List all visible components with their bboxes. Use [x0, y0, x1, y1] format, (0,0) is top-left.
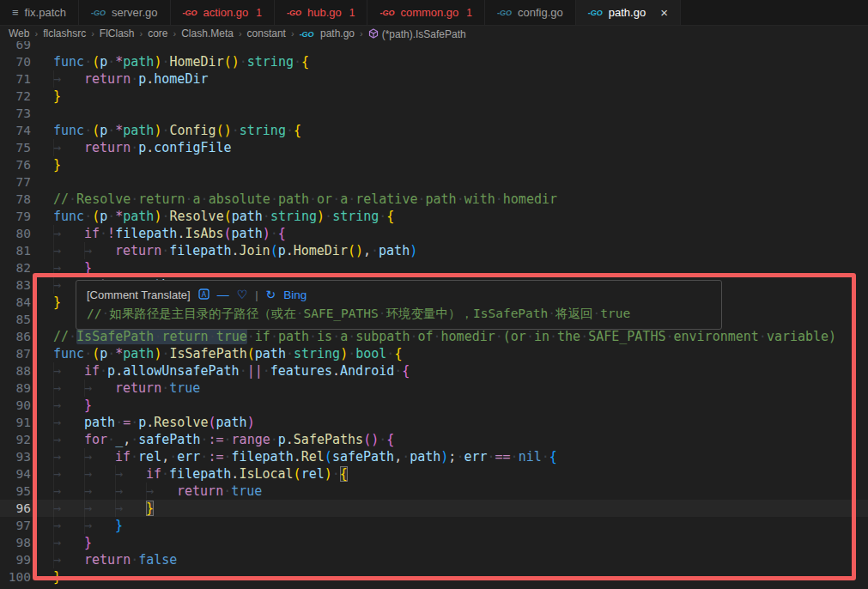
line-number[interactable]: 70 — [0, 53, 31, 70]
code-line-91[interactable]: 91→path·=·p.Resolve(path) — [0, 414, 868, 431]
code-line-96[interactable]: 96→→→} — [0, 500, 868, 517]
tab-whitespace-icon: → — [84, 242, 115, 259]
line-number[interactable]: 95 — [0, 483, 31, 500]
code-line-78[interactable]: 78//·Resolve·return·a·absolute·path·or·a… — [0, 191, 868, 208]
code-line-87[interactable]: 87func·(p·*path)·IsSafePath(path·string)… — [0, 345, 868, 362]
breadcrumb-item-flclash[interactable]: FlClash — [100, 27, 135, 39]
code-line-73[interactable]: 73 — [0, 105, 868, 122]
code-line-94[interactable]: 94→→→if·filepath.IsLocal(rel)·{ — [0, 465, 868, 483]
line-number[interactable]: 80 — [0, 225, 31, 242]
code-line-86[interactable]: 86//·IsSafePath·return·true·if·path·is·a… — [0, 328, 868, 345]
heart-icon[interactable]: ♡ — [237, 288, 248, 301]
line-number[interactable]: 89 — [0, 380, 31, 397]
line-number[interactable]: 94 — [0, 465, 31, 483]
line-number[interactable]: 100 — [0, 568, 31, 586]
line-number[interactable]: 74 — [0, 122, 31, 139]
breadcrumb-item-clash.meta[interactable]: Clash.Meta — [181, 27, 234, 39]
line-number[interactable]: 87 — [0, 345, 31, 362]
code-line-88[interactable]: 88→if·p.allowUnsafePath·||·features.Andr… — [0, 362, 868, 380]
breadcrumb-item-web[interactable]: Web — [9, 27, 29, 39]
go-file-icon: -GO — [91, 9, 106, 17]
code-line-77[interactable]: 77 — [0, 173, 868, 191]
line-number[interactable]: 79 — [0, 208, 31, 225]
line-number[interactable]: 98 — [0, 534, 31, 551]
tab-whitespace-icon: → — [53, 397, 84, 414]
code-line-71[interactable]: 71→return·p.homeDir — [0, 70, 868, 88]
breadcrumb-item-core[interactable]: core — [148, 27, 167, 39]
code-line-99[interactable]: 99→return·false — [0, 551, 868, 568]
breadcrumb-item-file[interactable]: -GO path.go — [300, 27, 355, 39]
code-line-93[interactable]: 93→→if·rel,·err·:=·filepath.Rel(safePath… — [0, 448, 868, 465]
code-line-72[interactable]: 72} — [0, 88, 868, 105]
chevron-right-icon: › — [173, 28, 177, 39]
line-number[interactable]: 72 — [0, 88, 31, 105]
line-number[interactable]: 81 — [0, 242, 31, 259]
code-text: func·(p·*path)·IsSafePath(path·string)·b… — [31, 346, 402, 361]
tab-hub-go[interactable]: -GOhub.go1 — [275, 0, 367, 25]
tab-common-go[interactable]: -GOcommon.go1 — [367, 0, 485, 25]
code-line-100[interactable]: 100} — [0, 568, 868, 586]
sync-icon[interactable]: ↻ — [266, 288, 276, 301]
collapse-icon[interactable]: — — [217, 288, 229, 301]
code-line-82[interactable]: 82→} — [0, 259, 868, 276]
line-number[interactable]: 96 — [0, 500, 31, 517]
chevron-right-icon: › — [239, 28, 242, 39]
line-number[interactable]: 90 — [0, 397, 31, 414]
line-number[interactable]: 83 — [0, 276, 31, 294]
tab-path-go[interactable]: -GOpath.go× — [576, 0, 681, 25]
separator: | — [255, 288, 258, 301]
breadcrumb-item-symbol[interactable]: (*path).IsSafePath — [368, 27, 466, 40]
translated-comment: //·如果路径是主目录的子路径（或在·SAFE_PATHS·环境变量中），IsS… — [87, 306, 711, 322]
tab-whitespace-icon: → — [53, 259, 84, 276]
tab-whitespace-icon: → — [84, 448, 115, 465]
code-text: →for·_,·safePath·:=·range·p.SafePaths()·… — [31, 432, 394, 447]
line-number[interactable]: 85 — [0, 311, 31, 328]
line-number[interactable]: 88 — [0, 362, 31, 380]
line-number[interactable]: 92 — [0, 431, 31, 448]
code-line-74[interactable]: 74func·(p·*path)·Config()·string·{ — [0, 122, 868, 139]
line-number[interactable]: 75 — [0, 139, 31, 156]
code-line-98[interactable]: 98→} — [0, 534, 868, 551]
code-line-81[interactable]: 81→→return·filepath.Join(p.HomeDir(),·pa… — [0, 242, 868, 259]
code-line-95[interactable]: 95→→→→return·true — [0, 483, 868, 500]
translate-icon[interactable]: A — [198, 288, 209, 301]
tab-action-go[interactable]: -GOaction.go1 — [171, 0, 275, 25]
bing-link[interactable]: Bing — [283, 288, 307, 301]
code-text: →} — [31, 260, 92, 276]
comment-translate-tooltip: [Comment Translate] A — ♡ | ↻ Bing //·如果… — [76, 280, 722, 330]
line-number[interactable]: 84 — [0, 294, 31, 311]
code-line-92[interactable]: 92→for·_,·safePath·:=·range·p.SafePaths(… — [0, 431, 868, 448]
line-number[interactable]: 93 — [0, 448, 31, 465]
close-icon[interactable]: × — [660, 6, 668, 19]
line-number[interactable]: 73 — [0, 105, 31, 122]
line-number[interactable]: 76 — [0, 156, 31, 173]
code-line-89[interactable]: 89→→return·true — [0, 380, 868, 397]
code-text: //·Resolve·return·a·absolute·path·or·a·r… — [31, 191, 557, 207]
line-number[interactable]: 82 — [0, 259, 31, 276]
code-text: →→→} — [31, 501, 154, 516]
tab-whitespace-icon: → — [53, 551, 84, 568]
line-number[interactable]: 78 — [0, 191, 31, 208]
line-number[interactable]: 91 — [0, 414, 31, 431]
tab-error-count-badge: 1 — [349, 7, 355, 19]
code-line-75[interactable]: 75→return·p.configFile — [0, 139, 868, 156]
tab-whitespace-icon: → — [53, 534, 84, 551]
code-line-79[interactable]: 79func·(p·*path)·Resolve(path·string)·st… — [0, 208, 868, 225]
line-number[interactable]: 71 — [0, 70, 31, 88]
line-number[interactable]: 99 — [0, 551, 31, 568]
code-line-97[interactable]: 97→→} — [0, 517, 868, 534]
tab-fix-patch[interactable]: ≡fix.patch — [0, 0, 79, 25]
line-number[interactable]: 97 — [0, 517, 31, 534]
tab-config-go[interactable]: -GOconfig.go — [485, 0, 576, 25]
code-line-90[interactable]: 90→} — [0, 397, 868, 414]
breadcrumb-item-constant[interactable]: constant — [247, 27, 286, 39]
line-number[interactable]: 86 — [0, 328, 31, 345]
breadcrumb-item-flclashsrc[interactable]: flclashsrc — [43, 27, 86, 39]
line-number[interactable]: 77 — [0, 173, 31, 191]
tab-whitespace-icon: → — [53, 517, 84, 534]
code-line-76[interactable]: 76} — [0, 156, 868, 173]
code-line-70[interactable]: 70func·(p·*path)·HomeDir()·string·{ — [0, 53, 868, 70]
code-text: →if·!filepath.IsAbs(path)·{ — [31, 226, 286, 241]
tab-server-go[interactable]: -GOserver.go — [79, 0, 170, 25]
code-line-80[interactable]: 80→if·!filepath.IsAbs(path)·{ — [0, 225, 868, 242]
